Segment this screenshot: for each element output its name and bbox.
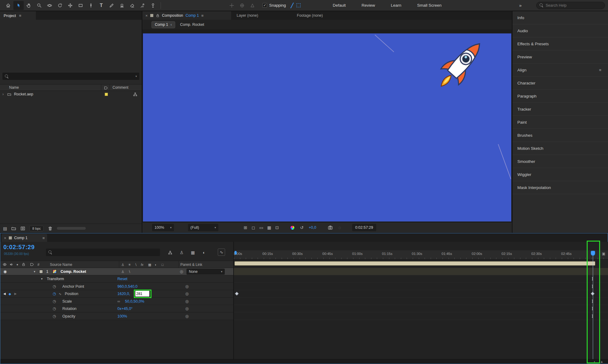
panel-menu-icon[interactable]: ≡ xyxy=(19,13,21,18)
layer-track-row[interactable] xyxy=(234,268,608,275)
new-composition-icon[interactable] xyxy=(20,226,25,231)
color-depth-button[interactable]: 8 bpc xyxy=(30,226,43,231)
position-value-edit-field[interactable] xyxy=(135,291,149,297)
trash-icon[interactable] xyxy=(48,226,53,231)
position-value-prefix[interactable]: 1620,0, xyxy=(117,290,130,297)
scale-value[interactable]: 50,0,50,0% xyxy=(125,298,144,305)
resolution-menu[interactable]: (Full) ▾ xyxy=(188,224,218,231)
panel-item-motion-sketch[interactable]: Motion Sketch xyxy=(512,142,608,155)
scale-row[interactable]: ◷ Scale ∞ 50,0,50,0% ◎ xyxy=(0,298,233,305)
parent-pickwhip-icon[interactable]: ◎ xyxy=(180,268,183,275)
channel-wheel-icon[interactable] xyxy=(290,225,295,230)
current-time-display[interactable]: 0:02:57:29 xyxy=(3,244,35,251)
current-time-indicator-handle[interactable] xyxy=(591,251,595,256)
column-comment[interactable]: Comment xyxy=(113,85,128,90)
panel-item-effects-presets[interactable]: Effects & Presets xyxy=(512,37,608,50)
selection-tool-button[interactable] xyxy=(13,1,24,10)
track-row[interactable] xyxy=(234,290,608,297)
panel-item-align[interactable]: Align ≡ xyxy=(512,64,608,77)
viewer-timecode-field[interactable]: 0:02:57:29 xyxy=(352,224,376,231)
lock-icon[interactable] xyxy=(156,14,160,18)
type-tool-button[interactable]: T xyxy=(96,1,106,10)
pen-tool-button[interactable] xyxy=(86,1,96,10)
time-ruler[interactable]: 0:00s 00:15s 00:30s 00:45s 01:00s 01:15s… xyxy=(234,250,608,259)
lock-column-icon[interactable] xyxy=(22,263,26,266)
graph-editor-button[interactable]: ∿ xyxy=(218,249,225,256)
pixel-aspect-button[interactable]: ⊡ xyxy=(273,224,281,231)
grid-guides-button[interactable]: ⊞ xyxy=(241,224,249,231)
panel-item-wiggler[interactable]: Wiggler xyxy=(512,168,608,181)
motion-blur-column-icon[interactable]: ◐ xyxy=(155,261,157,268)
zoom-out-mountain-icon[interactable]: ▲ xyxy=(593,360,596,362)
stopwatch-icon[interactable]: ◷ xyxy=(53,298,56,305)
zoom-in-mountain-icon[interactable]: ▲ xyxy=(600,360,603,363)
hand-tool-button[interactable] xyxy=(24,1,34,10)
clone-stamp-tool-button[interactable] xyxy=(117,1,127,10)
breadcrumb-current[interactable]: Comp 1 ‹ xyxy=(151,21,175,28)
timeline-tab[interactable]: × Comp 1 ≡ xyxy=(2,234,47,242)
panel-item-paragraph[interactable]: Paragraph xyxy=(512,90,608,103)
property-pickwhip-icon[interactable]: ◎ xyxy=(185,283,189,290)
new-folder-icon[interactable] xyxy=(11,226,16,231)
exposure-value[interactable]: +0,0 xyxy=(309,225,316,230)
anchor-point-value[interactable]: 960,0,540,0 xyxy=(117,283,137,290)
frame-blend-column-icon[interactable]: ▦ xyxy=(148,261,151,268)
opacity-label[interactable]: Opacity xyxy=(62,313,75,320)
frame-blending-button[interactable]: ▦ xyxy=(189,249,197,256)
footage-tab[interactable]: Footage (none) xyxy=(294,11,326,20)
rotation-label[interactable]: Rotation xyxy=(62,305,77,312)
track-row[interactable] xyxy=(234,305,608,312)
list-view-icon[interactable]: ▤ xyxy=(3,226,7,231)
panel-item-brushes[interactable]: Brushes xyxy=(512,129,608,142)
panel-item-info[interactable]: Info xyxy=(512,11,608,24)
snapshot-camera-icon[interactable] xyxy=(328,225,333,230)
layer-shy-switch[interactable]: ♙ xyxy=(121,268,124,275)
previous-keyframe-button[interactable]: ◀ xyxy=(3,290,6,297)
project-tab[interactable]: Project ≡ xyxy=(0,11,36,20)
timeline-split-divider[interactable] xyxy=(233,242,234,359)
snap-to-edges-button[interactable]: ╱ xyxy=(291,3,294,8)
index-column-label[interactable]: # xyxy=(37,261,40,268)
expander-icon[interactable]: › xyxy=(2,92,4,96)
stopwatch-icon[interactable]: ◷ xyxy=(53,313,56,320)
puppet-pin-tool-button[interactable] xyxy=(148,1,158,10)
motion-blur-button[interactable]: ◐ xyxy=(200,249,208,256)
column-divider[interactable] xyxy=(109,84,110,91)
transform-group-row[interactable]: ▾ Transform Reset xyxy=(0,275,233,283)
panel-item-tracker[interactable]: Tracker xyxy=(512,103,608,116)
opacity-value[interactable]: 100% xyxy=(117,313,127,320)
property-pickwhip-icon[interactable]: ◎ xyxy=(185,290,189,297)
local-axis-mode-button[interactable] xyxy=(227,1,237,10)
layer-tab[interactable]: Layer (none) xyxy=(234,11,261,20)
rotation-tool-button[interactable] xyxy=(55,1,65,10)
property-pickwhip-icon[interactable]: ◎ xyxy=(185,298,189,305)
layer-visibility-eye-icon[interactable]: ◉ xyxy=(3,268,7,275)
rotation-row[interactable]: ◷ Rotation 0x+45,0° ◎ xyxy=(0,305,233,312)
composition-canvas[interactable] xyxy=(143,33,511,221)
project-search-input[interactable] xyxy=(11,74,133,78)
close-tab-icon[interactable]: × xyxy=(4,236,6,240)
help-search-box[interactable] xyxy=(536,2,605,9)
transform-group-label[interactable]: Transform xyxy=(47,275,64,283)
layer-row[interactable]: ◉ ▾ 1 Comp. Rocket ♙ ∖ ◎ None ▾ xyxy=(0,268,233,275)
world-axis-mode-button[interactable] xyxy=(237,1,247,10)
workspace-default[interactable]: Default xyxy=(325,3,354,8)
roto-brush-tool-button[interactable] xyxy=(137,1,148,10)
property-pickwhip-icon[interactable]: ◎ xyxy=(185,313,189,320)
panel-item-smoother[interactable]: Smoother xyxy=(512,155,608,168)
snap-beyond-range-button[interactable] xyxy=(297,3,301,7)
label-color-chip[interactable] xyxy=(105,93,108,96)
fx-column-icon[interactable]: fx xyxy=(141,261,144,268)
magnification-menu[interactable]: 100% ▾ xyxy=(152,224,174,231)
keyframe-at-time-icon[interactable]: ◆ xyxy=(9,290,11,297)
layer-quality-switch[interactable]: ∖ xyxy=(128,268,130,275)
opacity-row[interactable]: ◷ Opacity 100% ◎ xyxy=(0,313,233,320)
layer-name[interactable]: Comp. Rocket xyxy=(61,268,86,275)
breadcrumb-item[interactable]: Comp. Rocket xyxy=(180,22,204,27)
panel-item-paint[interactable]: Paint xyxy=(512,116,608,129)
search-options-icon[interactable]: ▾ xyxy=(135,75,137,78)
label-column-icon[interactable] xyxy=(30,263,34,266)
workspace-learn[interactable]: Learn xyxy=(383,3,409,8)
panel-item-audio[interactable]: Audio xyxy=(512,24,608,37)
timeline-search-input[interactable] xyxy=(55,250,158,255)
